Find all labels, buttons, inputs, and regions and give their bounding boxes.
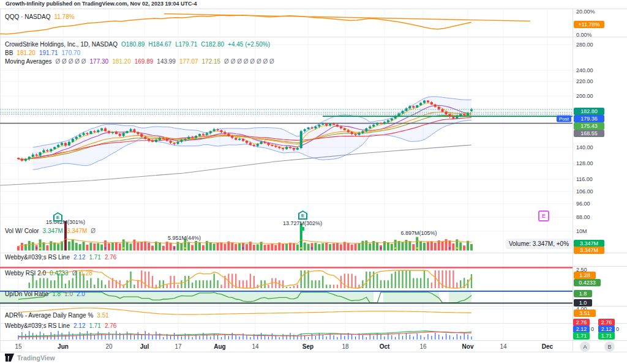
volume-spike-label: 15.042M(301%) — [46, 219, 85, 225]
volume-empty-value: Ø — [91, 228, 96, 235]
legend-bb-row[interactable]: BB 181.20 191.71 170.70 — [5, 50, 80, 57]
ma-value-4: 143.99 — [157, 58, 176, 65]
ma-value-6: 172.15 — [202, 58, 221, 65]
bb-basis-value: 181.20 — [17, 50, 36, 57]
webby-rsi-value-2: 1.28 — [80, 270, 92, 277]
price-axis-label: 280.00 — [576, 42, 593, 48]
price-axis-label: 20.00% — [576, 9, 595, 15]
chart-canvas[interactable] — [0, 0, 627, 364]
price-axis-label: 88.00 — [576, 214, 590, 220]
legend-qqq[interactable]: QQQ · NASDAQ 11.78% — [5, 13, 75, 21]
time-axis-label[interactable]: Jun — [58, 343, 69, 350]
price-axis-badge: 1.28 — [574, 272, 596, 279]
legend-ma-row[interactable]: Moving Averages Ø Ø Ø Ø Ø 177.30 181.20 … — [5, 58, 274, 65]
webby-rs-value-1: 2.12 — [73, 254, 85, 261]
time-axis-label[interactable]: 15 — [15, 343, 21, 350]
post-market-tag: Post — [557, 116, 571, 122]
price-axis-badge: 1.71 — [573, 332, 590, 340]
price-axis-label: 128.00 — [576, 160, 593, 166]
ma-value-3: 169.89 — [135, 58, 154, 65]
axis-zero-label: 0 — [591, 326, 594, 332]
tradingview-chart-window: Growth-Infinity published on TradingView… — [0, 0, 627, 364]
updn-value-3: 2.0 — [77, 291, 85, 298]
webby-rsi-value-1: 0.4233 — [50, 270, 69, 277]
ma-empty-values-right: Ø Ø Ø Ø Ø Ø Ø Ø — [224, 58, 274, 65]
price-axis-label: 200.00 — [576, 93, 593, 99]
legend-updn-ratio[interactable]: Up/Dn Vol Ratio 1.8 1.0 2.0 — [5, 291, 85, 298]
volume-spike-label: 6.897M(105%) — [400, 230, 437, 236]
adr-name: ADR% - Average Daily Range % — [5, 312, 93, 319]
chart-marker-b[interactable]: B — [604, 341, 615, 352]
ma-value-1: 177.30 — [90, 58, 109, 65]
bb-lower-value: 170.70 — [62, 50, 81, 57]
webby-rs-bottom-value-2: 1.71 — [89, 322, 100, 330]
price-axis-badge: 1.8 — [574, 290, 592, 297]
webby-rs-bottom-value-3: 2.76 — [105, 322, 116, 330]
volume-spike-label: 5.951M(44%) — [168, 235, 201, 241]
updn-value-2: 1.0 — [64, 291, 73, 298]
bb-name: BB — [5, 50, 13, 57]
volume-value: 3.347M — [43, 228, 63, 235]
time-axis-label[interactable]: Dec — [542, 343, 553, 350]
volume-highlight-square — [301, 227, 304, 231]
ohlc-change: +4.45 (+2.50%) — [228, 41, 270, 48]
price-axis-badge: 175.43 — [574, 122, 604, 130]
price-axis-badge: 168.55 — [574, 130, 604, 137]
volume-spike-label: 13.727M(302%) — [283, 220, 322, 226]
time-axis-label[interactable]: Jul — [140, 343, 149, 350]
earnings-marker-letter: E — [298, 213, 307, 218]
tradingview-logo-text: TradingView — [17, 354, 55, 362]
updn-value-1: 1.8 — [52, 291, 61, 298]
ohlc-open: O180.89 — [121, 41, 145, 48]
webby-rs-value-2: 1.71 — [89, 254, 100, 261]
time-axis-label[interactable]: 14 — [500, 343, 506, 350]
price-axis-label: 0.00% — [576, 32, 592, 38]
price-axis-label: 10M — [576, 228, 587, 234]
webby-rs-bottom-name: Webby&#039;s RS Line — [5, 322, 70, 330]
adr-value: 3.51 — [97, 312, 108, 319]
webby-rs-bottom-value-1: 2.12 — [73, 322, 85, 330]
webby-rs-name: Webby&#039;s RS Line — [5, 254, 70, 261]
time-axis-label[interactable]: 14 — [252, 343, 258, 350]
price-axis-label: 240.00 — [576, 67, 593, 73]
webby-rsi-empty-value: Ø — [72, 270, 77, 277]
legend-webby-rs-bottom[interactable]: Webby&#039;s RS Line 2.12 1.71 2.76 — [5, 322, 116, 330]
ma-value-2: 181.20 — [112, 58, 131, 65]
ma-value-5: 177.07 — [179, 58, 198, 65]
volume-name: Vol W/ Color — [5, 228, 39, 235]
future-earnings-marker-icon[interactable]: E — [538, 210, 549, 221]
time-axis-label[interactable]: 17 — [175, 343, 181, 350]
price-axis-label: 140.00 — [576, 144, 593, 150]
price-axis-badge: +11.78% — [574, 21, 604, 28]
webby-rs-value-3: 2.76 — [105, 254, 116, 261]
time-axis-label[interactable]: 20 — [105, 343, 112, 350]
tradingview-logo-icon — [5, 354, 14, 362]
qqq-change-value: 11.78% — [54, 13, 74, 21]
legend-symbol-row[interactable]: CrowdStrike Holdings, Inc., 1D, NASDAQ O… — [5, 41, 270, 48]
time-axis-label[interactable]: Nov — [462, 343, 474, 350]
qqq-symbol-label: QQQ · NASDAQ — [5, 13, 50, 21]
earnings-marker-letter: E — [53, 215, 62, 220]
ohlc-close: C182.80 — [201, 41, 224, 48]
time-axis-label[interactable]: Aug — [214, 343, 225, 350]
tradingview-footer[interactable]: TradingView — [5, 354, 55, 362]
price-axis-badge: 179.36 — [574, 115, 604, 122]
axis-zero-label: 0 — [616, 326, 619, 332]
legend-webby-rsi[interactable]: Webby RSI 2.0 0.4233 Ø 1.28 — [5, 270, 92, 277]
time-axis-label[interactable]: Oct — [380, 343, 390, 350]
time-axis-label[interactable]: 18 — [342, 343, 348, 350]
legend-adr[interactable]: ADR% - Average Daily Range % 3.51 — [5, 312, 109, 319]
chart-marker-a[interactable]: A — [580, 341, 590, 352]
price-axis-badge: 0.4233 — [574, 279, 601, 286]
updn-name: Up/Dn Vol Ratio — [5, 291, 48, 298]
ma-empty-values-left: Ø Ø Ø Ø Ø — [56, 58, 86, 65]
time-axis-label[interactable]: 16 — [419, 343, 426, 350]
ohlc-low: L179.71 — [175, 41, 197, 48]
price-axis-badge: 3.347M — [574, 247, 604, 254]
price-axis-label: 116.00 — [576, 176, 593, 182]
price-axis-badge: 1.0 — [574, 299, 592, 306]
time-axis-label[interactable]: Sep — [302, 343, 314, 350]
legend-webby-rs-top[interactable]: Webby&#039;s RS Line 2.12 1.71 2.76 — [5, 254, 116, 261]
legend-volume[interactable]: Vol W/ Color 3.347M 3.347M Ø — [5, 228, 96, 235]
price-axis-label: 96.00 — [576, 201, 590, 207]
